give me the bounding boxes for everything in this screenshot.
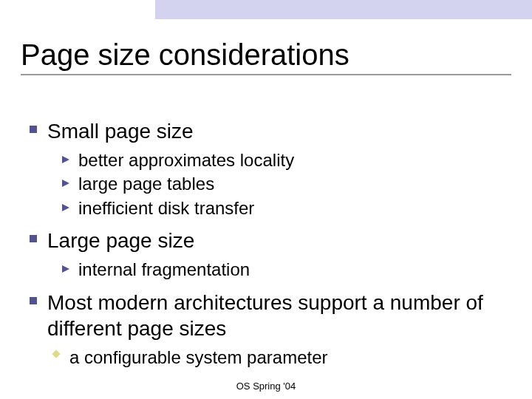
decorative-top-bar xyxy=(0,0,532,19)
slide-title: Page size considerations xyxy=(21,38,511,71)
bullet-level1: Small page size xyxy=(30,118,502,144)
footer-text: OS Spring '04 xyxy=(0,381,532,392)
bullet-level2: better approximates locality xyxy=(62,149,502,172)
content-area: Small page size better approximates loca… xyxy=(30,111,502,369)
bullet-level2: large page tables xyxy=(62,172,502,196)
bullet-level2: inefficient disk transfer xyxy=(62,197,502,220)
bullet-level2-diamond: a configurable system parameter xyxy=(53,346,502,369)
title-wrap: Page size considerations xyxy=(21,38,511,75)
bullet-level2: internal fragmentation xyxy=(62,258,502,282)
bullet-level1: Most modern architectures support a numb… xyxy=(30,290,502,341)
bullet-level1: Large page size xyxy=(30,228,502,253)
slide: Page size considerations Small page size… xyxy=(0,0,532,399)
